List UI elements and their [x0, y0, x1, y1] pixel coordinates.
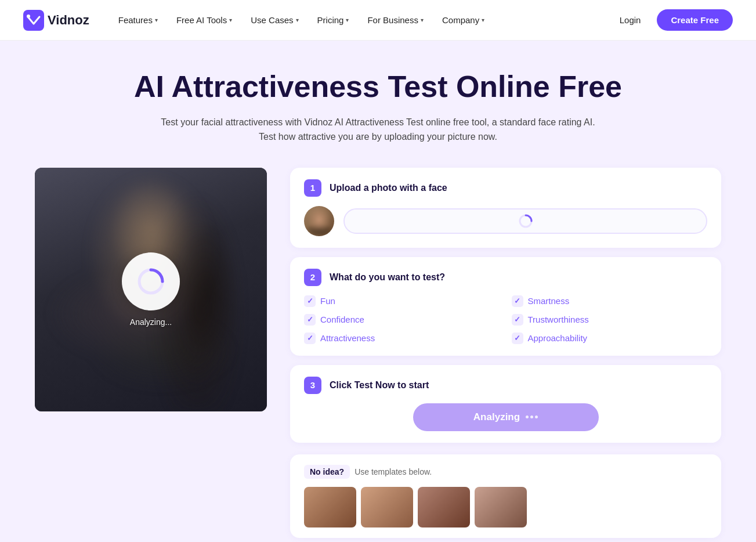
create-free-button[interactable]: Create Free	[657, 9, 733, 31]
template-thumbs	[304, 487, 707, 527]
checkbox-fun-label: Fun	[320, 296, 335, 306]
step-3-number: 3	[304, 377, 321, 394]
spinner-icon	[136, 266, 166, 297]
step-1-card: 1 Upload a photo with a face	[290, 168, 721, 248]
analyzing-circle	[122, 252, 180, 310]
dot-3	[535, 415, 538, 418]
checkbox-confidence-label: Confidence	[320, 315, 364, 324]
chevron-down-icon: ▾	[421, 17, 424, 23]
template-thumb-1[interactable]	[304, 487, 356, 527]
step-1-header: 1 Upload a photo with a face	[304, 179, 707, 197]
checkbox-smartness[interactable]: ✓ Smartness	[512, 295, 708, 307]
nav-pricing[interactable]: Pricing ▾	[309, 10, 357, 30]
nav-use-cases[interactable]: Use Cases ▾	[243, 10, 306, 30]
step-2-number: 2	[304, 269, 321, 286]
chevron-down-icon: ▾	[482, 17, 484, 23]
step-1-number: 1	[304, 179, 321, 197]
step-3-title: Click Test Now to start	[330, 380, 429, 391]
template-thumb-3[interactable]	[418, 487, 470, 527]
logo[interactable]: Vidnoz	[23, 10, 89, 31]
photo-container: Analyzing...	[35, 168, 267, 411]
steps-panel: 1 Upload a photo with a face	[290, 168, 721, 538]
dot-2	[530, 415, 533, 418]
step-1-title: Upload a photo with a face	[330, 183, 447, 193]
no-idea-label: No idea?	[304, 465, 350, 479]
login-button[interactable]: Login	[613, 10, 648, 30]
logo-text: Vidnoz	[48, 13, 89, 28]
step-2-header: 2 What do you want to test?	[304, 269, 707, 286]
checkbox-approachability-label: Approachability	[528, 333, 588, 343]
avatar-thumbnail	[304, 206, 334, 236]
btn-dots	[526, 415, 538, 418]
step-2-title: What do you want to test?	[330, 272, 445, 283]
two-col-layout: Analyzing... 1 Upload a photo with a fac…	[35, 168, 721, 538]
template-thumb-2[interactable]	[361, 487, 413, 527]
photo-preview: Analyzing...	[35, 168, 267, 411]
checkbox-approachability-icon: ✓	[512, 333, 523, 344]
checkbox-confidence[interactable]: ✓ Confidence	[304, 314, 500, 326]
chevron-down-icon: ▾	[155, 17, 158, 23]
analyzing-text: Analyzing...	[130, 317, 172, 327]
upload-row	[304, 206, 707, 236]
dot-1	[526, 415, 529, 418]
checkbox-smartness-icon: ✓	[512, 295, 523, 307]
analyzing-overlay: Analyzing...	[122, 252, 180, 327]
template-hint: Use templates below.	[355, 467, 432, 476]
svg-rect-0	[23, 10, 44, 31]
checkbox-fun[interactable]: ✓ Fun	[304, 295, 500, 307]
upload-spinner-icon	[518, 213, 534, 229]
checkbox-trustworthiness[interactable]: ✓ Trustworthiness	[512, 314, 708, 326]
step-2-card: 2 What do you want to test? ✓ Fun ✓ Smar…	[290, 257, 721, 356]
step-3-card: 3 Click Test Now to start Analyzing	[290, 365, 721, 443]
avatar-face	[304, 206, 334, 236]
nav-for-business[interactable]: For Business ▾	[359, 10, 432, 30]
checkbox-approachability[interactable]: ✓ Approachability	[512, 333, 708, 344]
upload-input-box[interactable]	[343, 208, 707, 234]
checkbox-trustworthiness-icon: ✓	[512, 314, 523, 326]
logo-icon	[23, 10, 44, 31]
step-3-header: 3 Click Test Now to start	[304, 377, 707, 394]
template-header: No idea? Use templates below.	[304, 465, 707, 479]
checkbox-attractiveness[interactable]: ✓ Attractiveness	[304, 333, 500, 344]
checkbox-smartness-label: Smartness	[528, 296, 570, 306]
template-thumb-4[interactable]	[475, 487, 527, 527]
chevron-down-icon: ▾	[346, 17, 349, 23]
checkbox-fun-icon: ✓	[304, 295, 316, 307]
template-section: No idea? Use templates below.	[290, 454, 721, 538]
nav-links: Features ▾ Free AI Tools ▾ Use Cases ▾ P…	[110, 10, 613, 30]
checkbox-attractiveness-label: Attractiveness	[320, 333, 375, 343]
svg-point-1	[27, 15, 30, 18]
nav-features[interactable]: Features ▾	[110, 10, 166, 30]
chevron-down-icon: ▾	[296, 17, 299, 23]
chevron-down-icon: ▾	[229, 17, 232, 23]
checkbox-attractiveness-icon: ✓	[304, 333, 316, 344]
page-subtitle: Test your facial attractiveness with Vid…	[158, 115, 599, 144]
nav-free-ai-tools[interactable]: Free AI Tools ▾	[168, 10, 240, 30]
nav-company[interactable]: Company ▾	[434, 10, 493, 30]
nav-actions: Login Create Free	[613, 9, 733, 31]
page-title: AI Attractiveness Test Online Free	[35, 70, 721, 104]
navbar: Vidnoz Features ▾ Free AI Tools ▾ Use Ca…	[0, 0, 756, 41]
main-content: AI Attractiveness Test Online Free Test …	[0, 41, 756, 542]
checkbox-grid: ✓ Fun ✓ Smartness ✓ Confidence ✓ Trustwo…	[304, 295, 707, 344]
analyzing-button[interactable]: Analyzing	[413, 403, 599, 431]
checkbox-confidence-icon: ✓	[304, 314, 316, 326]
checkbox-trustworthiness-label: Trustworthiness	[528, 315, 589, 324]
